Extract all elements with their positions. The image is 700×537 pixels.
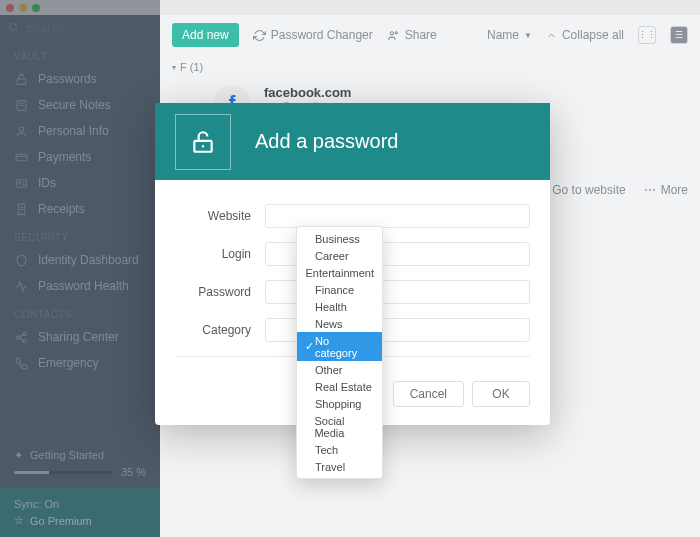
sidebar-item-password-health[interactable]: Password Health [0, 273, 160, 299]
svg-point-20 [390, 31, 393, 34]
svg-point-10 [18, 181, 20, 183]
sparkle-icon: ✦ [14, 449, 23, 461]
shield-icon [14, 254, 28, 267]
svg-line-18 [19, 334, 23, 336]
window-maximize-dot[interactable] [32, 4, 40, 12]
id-icon [14, 177, 28, 190]
star-icon: ☆ [14, 514, 24, 527]
dropdown-option-shopping[interactable]: Shopping [297, 395, 382, 412]
sync-status: Sync: On [14, 498, 146, 510]
field-label-category: Category [175, 323, 265, 337]
svg-line-19 [19, 338, 23, 340]
chevron-down-icon: ▼ [524, 31, 532, 40]
dropdown-option-travel[interactable]: Travel [297, 458, 382, 475]
person-icon [14, 125, 28, 138]
svg-point-17 [23, 339, 26, 342]
dropdown-option-career[interactable]: Career [297, 247, 382, 264]
sidebar-item-receipts[interactable]: Receipts [0, 196, 160, 222]
sidebar-section-vault: Vault [0, 41, 160, 66]
search-input[interactable] [26, 21, 176, 35]
entry-title: facebook.com [264, 85, 351, 100]
field-label-password: Password [175, 285, 265, 299]
sidebar-item-label: Identity Dashboard [38, 253, 139, 267]
field-label-login: Login [175, 247, 265, 261]
dots-icon: ⋯ [644, 183, 656, 197]
check-icon: ✓ [305, 340, 315, 353]
dropdown-option-social-media[interactable]: Social Media [297, 412, 382, 441]
svg-point-16 [16, 335, 19, 338]
card-icon [14, 151, 28, 164]
sidebar-item-passwords[interactable]: Passwords [0, 66, 160, 92]
getting-started-percent: 35 % [121, 466, 146, 478]
refresh-icon [253, 29, 266, 42]
lock-icon [190, 129, 216, 155]
sidebar-item-emergency[interactable]: Emergency [0, 350, 160, 376]
chevron-up-icon [546, 30, 557, 41]
sidebar-item-label: Password Health [38, 279, 129, 293]
sidebar-item-secure-notes[interactable]: Secure Notes [0, 92, 160, 118]
people-icon [387, 29, 400, 42]
getting-started-progress [14, 471, 113, 474]
modal-title: Add a password [255, 130, 398, 153]
collapse-all-button[interactable]: Collapse all [546, 28, 624, 42]
search-icon [8, 22, 20, 34]
dropdown-option-real-estate[interactable]: Real Estate [297, 378, 382, 395]
sidebar-item-label: IDs [38, 176, 56, 190]
phone-icon [14, 357, 28, 370]
dropdown-option-business[interactable]: Business [297, 230, 382, 247]
ok-button[interactable]: OK [472, 381, 530, 407]
svg-rect-7 [16, 154, 27, 161]
sidebar-item-label: Payments [38, 150, 91, 164]
go-premium[interactable]: ☆ Go Premium [14, 514, 146, 527]
getting-started-block[interactable]: ✦ Getting Started 35 % [0, 439, 160, 488]
add-new-button[interactable]: Add new [172, 23, 239, 47]
sort-name-dropdown[interactable]: Name ▼ [487, 28, 532, 42]
sidebar-item-label: Passwords [38, 72, 97, 86]
sidebar-item-label: Secure Notes [38, 98, 111, 112]
category-dropdown[interactable]: BusinessCareerEntertainmentFinanceHealth… [296, 226, 383, 479]
cancel-button[interactable]: Cancel [393, 381, 464, 407]
sidebar-item-ids[interactable]: IDs [0, 170, 160, 196]
svg-point-6 [19, 127, 23, 131]
list-section-header[interactable]: ▾ F (1) [160, 55, 700, 79]
dropdown-option-news[interactable]: News [297, 315, 382, 332]
svg-rect-9 [16, 179, 26, 187]
sidebar-item-sharing-center[interactable]: Sharing Center [0, 324, 160, 350]
toolbar: Add new Password Changer Share Name ▼ [160, 15, 700, 55]
lock-icon [14, 73, 28, 86]
sidebar: Vault PasswordsSecure NotesPersonal Info… [0, 15, 160, 537]
dropdown-option-health[interactable]: Health [297, 298, 382, 315]
window-titlebar [0, 0, 700, 15]
website-input[interactable] [265, 204, 530, 228]
dropdown-option-other[interactable]: Other [297, 361, 382, 378]
svg-line-1 [16, 30, 19, 33]
sidebar-section-security: Security [0, 222, 160, 247]
sidebar-item-label: Personal Info [38, 124, 109, 138]
sidebar-section-contacts: Contacts [0, 299, 160, 324]
share-button[interactable]: Share [387, 28, 437, 42]
share-icon [14, 331, 28, 344]
svg-point-15 [23, 332, 26, 335]
sidebar-item-label: Sharing Center [38, 330, 119, 344]
password-changer-button[interactable]: Password Changer [253, 28, 373, 42]
window-close-dot[interactable] [6, 4, 14, 12]
receipt-icon [14, 203, 28, 216]
sidebar-item-identity-dashboard[interactable]: Identity Dashboard [0, 247, 160, 273]
dropdown-option-tech[interactable]: Tech [297, 441, 382, 458]
list-icon: ☰ [675, 30, 683, 40]
grid-view-toggle[interactable]: ⋮⋮ [638, 26, 656, 44]
dropdown-option-no-category[interactable]: ✓No category [297, 332, 382, 361]
window-minimize-dot[interactable] [19, 4, 27, 12]
dropdown-option-entertainment[interactable]: Entertainment [297, 264, 382, 281]
modal-header-icon-box [175, 114, 231, 170]
sidebar-item-payments[interactable]: Payments [0, 144, 160, 170]
more-button[interactable]: ⋯ More [644, 183, 688, 197]
sync-block: Sync: On ☆ Go Premium [0, 488, 160, 537]
dropdown-option-finance[interactable]: Finance [297, 281, 382, 298]
chevron-down-icon: ▾ [172, 63, 176, 72]
sidebar-item-personal-info[interactable]: Personal Info [0, 118, 160, 144]
sidebar-item-label: Receipts [38, 202, 85, 216]
field-label-website: Website [175, 209, 265, 223]
svg-point-21 [395, 31, 397, 33]
list-view-toggle[interactable]: ☰ [670, 26, 688, 44]
